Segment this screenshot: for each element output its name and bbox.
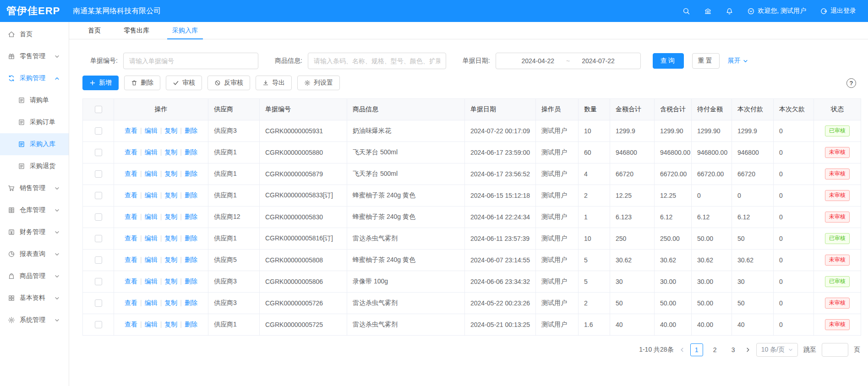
prev-page-button[interactable] [679, 347, 685, 353]
delete-link[interactable]: 删除 [185, 256, 197, 263]
row-checkbox[interactable] [95, 149, 102, 156]
next-page-button[interactable] [745, 347, 751, 353]
page-number-2[interactable]: 2 [709, 343, 721, 356]
copy-link[interactable]: 复制 [164, 234, 177, 242]
edit-link[interactable]: 编辑 [145, 277, 158, 285]
ban-icon [214, 80, 221, 86]
row-checkbox[interactable] [95, 321, 102, 328]
page-number-3[interactable]: 3 [727, 343, 740, 356]
search-button[interactable]: 查询 [653, 53, 684, 69]
unaudit-button[interactable]: 反审核 [207, 76, 250, 90]
expand-link[interactable]: 展开 [728, 57, 748, 65]
view-link[interactable]: 查看 [125, 191, 137, 199]
select-all-checkbox[interactable] [95, 106, 102, 113]
edit-link[interactable]: 编辑 [145, 234, 158, 242]
audit-button[interactable]: 审核 [166, 76, 202, 90]
sidebar-item-finance-mgmt[interactable]: 财务管理 [0, 221, 69, 243]
row-checkbox[interactable] [95, 127, 102, 135]
sidebar-item-purchase-request[interactable]: 请购单 [0, 89, 69, 111]
row-checkbox[interactable] [95, 213, 102, 221]
copy-link[interactable]: 复制 [164, 321, 177, 328]
copy-link[interactable]: 复制 [164, 148, 177, 156]
view-link[interactable]: 查看 [125, 127, 137, 134]
cell-date: 2024-06-07 23:14:55 [465, 250, 536, 271]
row-checkbox[interactable] [95, 278, 102, 285]
view-link[interactable]: 查看 [125, 213, 137, 220]
row-checkbox[interactable] [95, 235, 102, 242]
tab-home[interactable]: 首页 [76, 22, 112, 39]
delete-link[interactable]: 删除 [185, 148, 197, 156]
edit-link[interactable]: 编辑 [145, 170, 158, 177]
export-button[interactable]: 导出 [256, 76, 292, 90]
sidebar-item-basic-data[interactable]: 基本资料 [0, 287, 69, 309]
view-link[interactable]: 查看 [125, 321, 137, 328]
cell-amount-total: 50 [610, 293, 655, 314]
sidebar-item-warehouse-mgmt[interactable]: 仓库管理 [0, 199, 69, 221]
row-checkbox[interactable] [95, 256, 102, 264]
search-icon[interactable] [682, 7, 690, 15]
tab-purchase-inbound[interactable]: 采购入库 [161, 22, 209, 39]
view-link[interactable]: 查看 [125, 256, 137, 263]
column-settings-button[interactable]: 列设置 [297, 76, 340, 90]
edit-link[interactable]: 编辑 [145, 148, 158, 156]
view-link[interactable]: 查看 [125, 234, 137, 242]
add-button[interactable]: 新增 [82, 76, 119, 90]
sidebar-item-system-mgmt[interactable]: 系统管理 [0, 309, 69, 331]
copy-link[interactable]: 复制 [164, 277, 177, 285]
copy-link[interactable]: 复制 [164, 213, 177, 220]
copy-link[interactable]: 复制 [164, 191, 177, 199]
edit-link[interactable]: 编辑 [145, 321, 158, 328]
delete-link[interactable]: 删除 [185, 321, 197, 328]
order-no-label: 单据编号: [90, 57, 118, 65]
row-checkbox[interactable] [95, 170, 102, 178]
copy-link[interactable]: 复制 [164, 299, 177, 306]
sidebar-item-purchase-return[interactable]: 采购退货 [0, 155, 69, 177]
date-range-picker[interactable]: 2024-04-22 ~ 2024-07-22 [496, 53, 641, 69]
bell-icon[interactable] [726, 7, 733, 15]
copy-link[interactable]: 复制 [164, 170, 177, 177]
page-size-select[interactable]: 10 条/页 [756, 343, 798, 357]
edit-link[interactable]: 编辑 [145, 191, 158, 199]
bank-icon[interactable] [704, 7, 712, 15]
sidebar-item-goods-mgmt[interactable]: 商品管理 [0, 265, 69, 287]
edit-link[interactable]: 编辑 [145, 299, 158, 306]
tab-retail-outbound[interactable]: 零售出库 [112, 22, 161, 39]
edit-link[interactable]: 编辑 [145, 256, 158, 263]
delete-button[interactable]: 删除 [124, 76, 160, 90]
sidebar-item-purchase-mgmt[interactable]: 采购管理 [0, 67, 69, 89]
status-badge: 未审核 [825, 147, 850, 158]
cell-payable: 30.62 [692, 250, 732, 271]
logout-button[interactable]: 退出登录 [820, 7, 856, 15]
delete-link[interactable]: 删除 [185, 213, 197, 220]
sidebar-item-sales-mgmt[interactable]: 销售管理 [0, 177, 69, 199]
view-link[interactable]: 查看 [125, 299, 137, 306]
sidebar-item-purchase-inbound[interactable]: 采购入库 [0, 133, 69, 155]
help-icon[interactable]: ? [846, 78, 856, 88]
order-no-input[interactable] [123, 53, 258, 69]
delete-link[interactable]: 删除 [185, 299, 197, 306]
edit-link[interactable]: 编辑 [145, 127, 158, 134]
sidebar-item-report-query[interactable]: 报表查询 [0, 243, 69, 265]
page-number-1[interactable]: 1 [690, 343, 703, 356]
row-checkbox[interactable] [95, 192, 102, 199]
delete-link[interactable]: 删除 [185, 277, 197, 285]
sidebar-item-home[interactable]: 首页 [0, 23, 69, 45]
copy-link[interactable]: 复制 [164, 127, 177, 134]
delete-link[interactable]: 删除 [185, 170, 197, 177]
view-link[interactable]: 查看 [125, 148, 137, 156]
edit-link[interactable]: 编辑 [145, 213, 158, 220]
view-link[interactable]: 查看 [125, 277, 137, 285]
view-link[interactable]: 查看 [125, 170, 137, 177]
sidebar-item-purchase-order[interactable]: 采购订单 [0, 111, 69, 133]
jump-page-input[interactable] [822, 343, 848, 357]
reset-button[interactable]: 重置 [692, 53, 720, 69]
sidebar-item-retail-mgmt[interactable]: 零售管理 [0, 45, 69, 67]
delete-link[interactable]: 删除 [185, 234, 197, 242]
user-menu[interactable]: 欢迎您, 测试用户 [747, 7, 806, 15]
row-checkbox[interactable] [95, 299, 102, 307]
chevron-down-icon [55, 318, 60, 323]
delete-link[interactable]: 删除 [185, 127, 197, 134]
copy-link[interactable]: 复制 [164, 256, 177, 263]
delete-link[interactable]: 删除 [185, 191, 197, 199]
product-info-input[interactable] [308, 53, 446, 69]
